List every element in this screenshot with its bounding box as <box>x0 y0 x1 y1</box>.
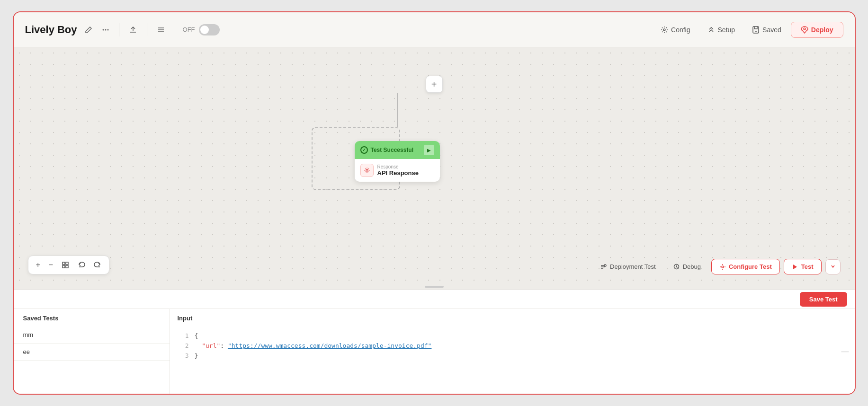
svg-rect-15 <box>66 265 68 268</box>
workflow-node[interactable]: ✓ Test Successful ▶ Response API Respons… <box>355 141 440 182</box>
test-toolbar: Deployment Test Debug Configure Test Tes… <box>593 259 840 274</box>
separator-2 <box>147 23 147 36</box>
divider-bar <box>425 286 444 288</box>
edit-title-button[interactable] <box>83 24 94 35</box>
line-number-3: 3 <box>178 351 189 361</box>
test-chevron-button[interactable] <box>825 259 841 274</box>
svg-rect-13 <box>66 262 68 265</box>
code-editor[interactable]: 1 { 2 "url" : "https://www.wmaccess.com/… <box>170 326 855 389</box>
debug-button[interactable]: Debug <box>666 259 707 274</box>
saved-button[interactable]: Saved <box>744 22 789 37</box>
toggle-switch[interactable] <box>199 24 220 35</box>
svg-rect-12 <box>63 262 65 265</box>
gear-icon <box>360 164 374 177</box>
svg-point-19 <box>604 265 606 266</box>
separator <box>119 23 119 36</box>
code-line-1: 1 { <box>178 331 847 341</box>
saved-tests-title: Saved Tests <box>14 315 170 327</box>
more-options-button[interactable] <box>100 24 111 35</box>
card-body: Response API Response <box>355 159 440 182</box>
test-run-button[interactable]: Test <box>784 259 822 274</box>
test-item-ee[interactable]: ee <box>14 344 170 361</box>
line-number-2: 2 <box>178 341 189 351</box>
toggle-container: OFF <box>183 24 220 35</box>
svg-point-0 <box>102 29 104 30</box>
input-panel: Input 1 { 2 "url" : "https://www.wmacces… <box>170 309 855 394</box>
undo-button[interactable] <box>76 260 87 270</box>
svg-point-1 <box>105 29 106 30</box>
play-button[interactable]: ▶ <box>424 145 434 155</box>
svg-point-11 <box>366 169 368 171</box>
redo-button[interactable] <box>92 260 103 270</box>
panel-divider[interactable] <box>14 284 855 290</box>
bottom-panel-header: Save Test <box>14 290 855 309</box>
add-node-button[interactable]: + <box>426 76 443 93</box>
bottom-panel: Save Test Saved Tests mm ee Input 1 { 2 <box>14 290 855 394</box>
card-sublabel: Response <box>377 164 419 169</box>
configure-test-button[interactable]: Configure Test <box>711 259 780 274</box>
toggle-label: OFF <box>183 26 195 33</box>
card-status-label: ✓ Test Successful <box>360 146 413 154</box>
bottom-panel-content: Saved Tests mm ee Input 1 { 2 "url" : <box>14 309 855 394</box>
zoom-in-button[interactable]: + <box>34 260 42 270</box>
input-title: Input <box>170 309 855 326</box>
list-button[interactable] <box>155 24 167 36</box>
svg-rect-14 <box>63 265 65 268</box>
fit-view-button[interactable] <box>60 260 71 270</box>
svg-point-21 <box>722 266 724 268</box>
save-test-button[interactable]: Save Test <box>800 292 847 307</box>
test-item-mm[interactable]: mm <box>14 327 170 344</box>
config-button[interactable]: Config <box>653 22 698 37</box>
svg-point-6 <box>663 29 665 31</box>
canvas-area[interactable]: + ✓ Test Successful ▶ Response <box>14 47 855 284</box>
app-container: Lively Boy <box>13 11 856 395</box>
card-text: Response API Response <box>377 164 419 177</box>
panel-collapse-button[interactable]: — <box>841 347 849 356</box>
zoom-out-button[interactable]: − <box>47 260 55 270</box>
svg-point-2 <box>107 29 108 30</box>
saved-tests-panel: Saved Tests mm ee <box>14 309 170 394</box>
upload-button[interactable] <box>127 24 139 36</box>
header-left: Lively Boy <box>25 23 220 36</box>
card-header: ✓ Test Successful ▶ <box>355 141 440 159</box>
header-right: Config Setup Saved Deploy <box>653 22 843 38</box>
line-number-1: 1 <box>178 331 189 341</box>
separator-3 <box>175 23 175 36</box>
canvas-toolbar: + − <box>28 256 110 274</box>
deploy-button[interactable]: Deploy <box>791 22 843 38</box>
code-line-2: 2 "url" : "https://www.wmaccess.com/down… <box>178 341 847 351</box>
code-line-3: 3 } <box>178 351 847 361</box>
deployment-test-button[interactable]: Deployment Test <box>593 259 662 274</box>
project-title: Lively Boy <box>25 24 77 36</box>
check-icon: ✓ <box>360 146 368 154</box>
setup-button[interactable]: Setup <box>700 22 743 37</box>
header: Lively Boy <box>14 12 855 47</box>
card-node-title: API Response <box>377 169 419 177</box>
svg-rect-7 <box>753 26 759 33</box>
svg-marker-22 <box>793 265 797 269</box>
svg-point-8 <box>804 28 805 30</box>
